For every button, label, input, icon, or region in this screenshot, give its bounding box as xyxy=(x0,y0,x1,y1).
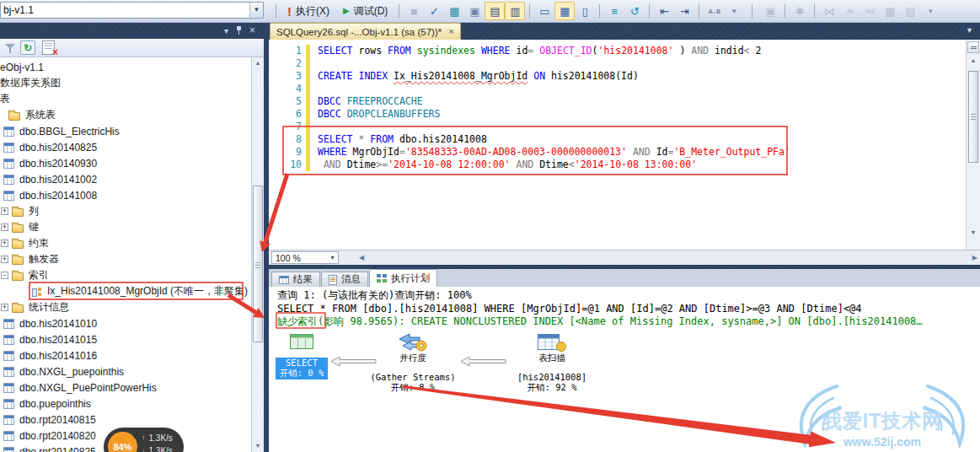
tab-list-chevron-icon[interactable]: ▼ xyxy=(966,26,973,35)
increase-indent-button[interactable]: ⇥ xyxy=(674,2,694,20)
decrease-indent-button[interactable]: ⇤ xyxy=(654,2,674,20)
tree-item[interactable]: +约束 xyxy=(0,235,264,251)
chevron-down-icon[interactable]: ▼ xyxy=(327,255,338,261)
tree-item[interactable]: +统计信息 xyxy=(0,299,264,315)
uncomment-button[interactable]: ↺ xyxy=(624,2,645,20)
document-tab[interactable]: SQLQuery26.sql -...Obj-v1.1 (sa (57))* × xyxy=(270,23,461,40)
plan-node-parallelism[interactable]: 并行度(Gather Streams)开销: 8 % xyxy=(362,334,463,392)
tree-item[interactable]: +触发器 xyxy=(0,251,264,267)
debug-button[interactable]: ▶调试(D) xyxy=(336,3,394,20)
refresh-icon[interactable]: ↻ xyxy=(20,40,35,55)
toolbar-separator xyxy=(399,4,399,19)
scroll-down-icon[interactable]: ▼ xyxy=(252,440,264,452)
code-line: 4 xyxy=(269,83,966,95)
tree-item[interactable]: -索引 xyxy=(0,267,264,283)
tree-item[interactable]: dbo.NXGL_PuePointPowerHis xyxy=(0,379,264,396)
code-line: 9WHERE MgrObjId='83548333-00AD-AD08-0003… xyxy=(269,146,966,159)
sidebar-scrollbar[interactable]: ▲ ▼ xyxy=(251,57,264,452)
results-to-grid-button[interactable]: ▦ xyxy=(554,2,575,20)
net-speed-widget[interactable]: 84% ↑1.3K/s ↓1.3K/s xyxy=(104,428,184,452)
sql-debugger-icon: ▣ xyxy=(765,6,775,17)
execute-button[interactable]: !执行(X) xyxy=(281,3,336,20)
tree-item[interactable]: dbo.NXGL_puepointhis xyxy=(0,363,264,379)
tree-expander-icon[interactable]: + xyxy=(1,207,8,215)
database-combo[interactable]: bj-v1.1 ▼ xyxy=(0,2,264,19)
results-tab-执行计划[interactable]: 执行计划 xyxy=(369,269,437,287)
tree-item[interactable]: eObj-v1.1 xyxy=(0,59,264,75)
tree-item[interactable]: +列 xyxy=(0,203,264,219)
query-options-button[interactable]: ▣ xyxy=(464,2,485,20)
tree-item[interactable]: dbo.rpt20140815 xyxy=(0,412,264,428)
plan-node-tablescan[interactable]: 表扫描[his20141008]开销: 92 % xyxy=(501,334,602,392)
results-to-file-button[interactable]: ▯ xyxy=(575,2,595,20)
tree-item-label: dbo.puepointhis xyxy=(19,398,91,410)
pin-icon[interactable] xyxy=(236,26,242,35)
estimated-plan-button[interactable]: ▦ xyxy=(444,2,464,20)
plan-node-label: 表扫描 xyxy=(501,352,602,363)
tree-expander-icon[interactable]: + xyxy=(1,239,8,247)
results-tab-结果[interactable]: 结果 xyxy=(271,272,320,287)
comment-button[interactable]: ≡ xyxy=(604,2,624,20)
filter-icon[interactable] xyxy=(4,42,16,54)
tree-item[interactable]: Ix_His20141008_MgrObjId (不唯一，非聚集) xyxy=(0,283,264,299)
editor-horizontal-scrollbar[interactable]: 100 % ▼ ◀ ▶ xyxy=(269,250,980,265)
schedule-button: ▤ xyxy=(900,2,920,20)
tree-expander-icon[interactable]: + xyxy=(1,256,8,263)
results-tab-消息[interactable]: 消息 xyxy=(321,272,368,287)
tree-item[interactable]: dbo.his20141015 xyxy=(0,331,264,347)
tree-item[interactable]: dbo.his20141016 xyxy=(0,347,264,363)
scroll-up-icon[interactable]: ▲ xyxy=(252,57,264,69)
actual-plan-button[interactable]: ▤ xyxy=(485,2,505,20)
increase-indent-icon: ⇥ xyxy=(680,6,689,17)
code-line: 2 xyxy=(269,57,966,70)
tree-item[interactable]: dbo.his20141010 xyxy=(0,315,264,331)
zoom-combo[interactable]: 100 % ▼ xyxy=(271,251,339,264)
scrollbar-thumb[interactable] xyxy=(253,186,263,342)
line-number: 7 xyxy=(269,121,302,133)
code-text: AND Dtime>='2014-10-08 12:00:00' AND Dti… xyxy=(302,159,697,171)
specify-values-button[interactable]: A→B xyxy=(704,2,724,20)
tree-item[interactable]: 表 xyxy=(0,91,264,107)
scroll-up-icon[interactable]: ▲ xyxy=(967,56,980,66)
tree-item[interactable]: dbo.his20140825 xyxy=(0,139,264,155)
close-icon[interactable]: × xyxy=(249,24,255,36)
tree-item[interactable]: dbo.puepointhis xyxy=(0,396,264,412)
client-statistics-button[interactable]: ▥ xyxy=(505,2,525,20)
actual-plan-icon: ▤ xyxy=(490,6,500,17)
toolbar-overflow-icon: ▾ xyxy=(929,8,933,15)
tree-expander-icon[interactable]: + xyxy=(1,304,8,311)
tree-item[interactable]: dbo.his20140930 xyxy=(0,155,264,171)
tree-expander-icon[interactable]: - xyxy=(1,272,8,279)
tree-item[interactable]: dbo.his20141002 xyxy=(0,171,264,187)
tree-item[interactable]: +键 xyxy=(0,219,264,235)
sql-code-editor[interactable]: 1SELECT rows FROM sysindexes WHERE id= O… xyxy=(269,40,966,250)
tree-item[interactable]: 系统表 xyxy=(0,107,264,123)
query-editor-pane: SQLQuery26.sql -...Obj-v1.1 (sa (57))* ×… xyxy=(269,22,980,452)
tab-close-icon[interactable]: × xyxy=(448,27,453,36)
scroll-down-icon[interactable]: ▼ xyxy=(967,228,980,238)
tree-expander-icon[interactable]: + xyxy=(1,223,8,231)
folder-icon xyxy=(12,256,24,265)
xml-editor-button: XML xyxy=(860,2,880,20)
split-editor-handle[interactable] xyxy=(967,41,979,53)
tree-item[interactable]: dbo.BBGL_ElectricHis xyxy=(0,123,264,139)
tree-item-label: dbo.his20140930 xyxy=(19,158,97,170)
window-position-icon[interactable]: ▾ xyxy=(224,26,228,35)
tree-item-label: eObj-v1.1 xyxy=(0,62,44,73)
tree-item[interactable]: dbo.his20141008 xyxy=(0,187,264,203)
stop-process-icon[interactable] xyxy=(42,40,55,55)
parse-button[interactable]: ✓ xyxy=(424,2,444,20)
results-to-text-button[interactable]: ▭ xyxy=(534,2,554,20)
scroll-right-icon[interactable]: ▶ xyxy=(972,254,977,261)
chevron-down-icon[interactable]: ▼ xyxy=(249,3,263,18)
execute-icon: ! xyxy=(287,5,292,18)
toolbar-overflow-button-2[interactable]: ▾ xyxy=(920,2,940,20)
tree-item[interactable]: 数据库关系图 xyxy=(0,75,264,91)
editor-vertical-scrollbar[interactable]: ▲ ▼ xyxy=(966,40,980,250)
scrollbar-thumb[interactable] xyxy=(968,71,978,163)
upload-speed: 1.3K/s xyxy=(149,433,173,443)
plan-node-select[interactable]: SELECT开销: 0 % xyxy=(251,334,352,379)
tree-item-label: 表 xyxy=(0,92,10,106)
scroll-left-icon[interactable]: ◀ xyxy=(359,254,364,261)
toolbar-overflow-button[interactable]: ▾ xyxy=(724,2,744,20)
